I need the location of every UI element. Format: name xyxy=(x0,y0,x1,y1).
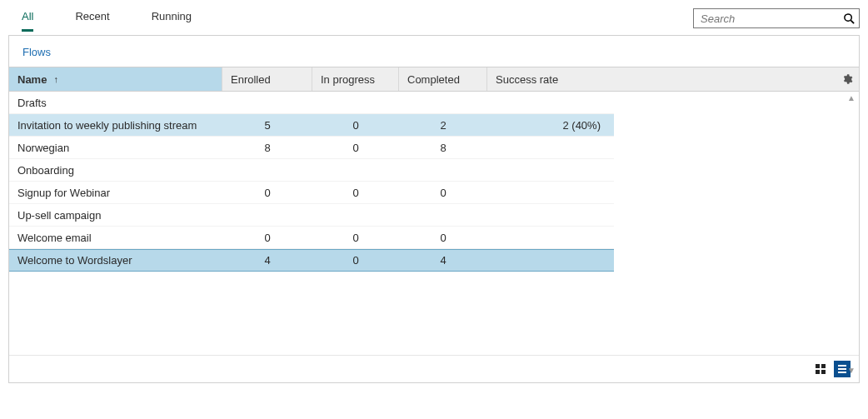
table-row[interactable]: Onboarding xyxy=(9,159,614,182)
svg-rect-4 xyxy=(816,370,820,374)
cell-inprogress: 0 xyxy=(312,187,399,199)
search-icon[interactable] xyxy=(843,12,856,25)
cell-inprogress: 0 xyxy=(312,119,399,132)
cell-enrolled: 0 xyxy=(222,232,312,244)
scroll-down-icon[interactable]: ▼ xyxy=(847,366,856,375)
col-completed[interactable]: Completed xyxy=(399,67,487,91)
table-row[interactable]: Norwegian808 xyxy=(9,137,614,159)
cell-inprogress: 0 xyxy=(312,254,399,267)
gear-icon xyxy=(841,73,853,85)
footer xyxy=(9,355,859,382)
column-settings-button[interactable] xyxy=(836,67,859,91)
table-row[interactable]: Welcome to Wordslayer404 xyxy=(9,249,614,272)
col-name-label: Name xyxy=(17,73,47,86)
sort-asc-icon: ↑ xyxy=(53,74,58,84)
svg-rect-2 xyxy=(816,364,820,368)
svg-rect-8 xyxy=(838,372,846,373)
panel-title[interactable]: Flows xyxy=(9,36,859,67)
cell-enrolled: 4 xyxy=(222,254,312,267)
table-row[interactable]: Welcome email000 xyxy=(9,227,614,249)
svg-rect-7 xyxy=(838,368,846,370)
cell-name: Invitation to weekly publishing stream xyxy=(9,119,222,132)
tab-all[interactable]: All xyxy=(22,5,33,32)
col-success[interactable]: Success rate xyxy=(487,67,614,91)
col-inprogress[interactable]: In progress xyxy=(312,67,399,91)
col-name[interactable]: Name ↑ xyxy=(9,67,222,91)
cell-enrolled: 0 xyxy=(222,187,312,199)
tab-running[interactable]: Running xyxy=(152,5,192,32)
cell-success: 2 (40%) xyxy=(487,119,614,132)
table-row[interactable]: Up-sell campaign xyxy=(9,204,614,227)
grid-view-button[interactable] xyxy=(812,361,829,377)
cell-completed: 2 xyxy=(399,119,487,132)
table-row[interactable]: Invitation to weekly publishing stream50… xyxy=(9,114,614,137)
top-bar: All Recent Running xyxy=(0,0,868,32)
cell-name: Drafts xyxy=(9,97,222,109)
cell-inprogress: 0 xyxy=(312,232,399,244)
cell-enrolled: 8 xyxy=(222,142,312,154)
tabs: All Recent Running xyxy=(8,5,693,32)
col-spacer xyxy=(614,67,836,91)
cell-enrolled: 5 xyxy=(222,119,312,132)
cell-inprogress: 0 xyxy=(312,142,399,154)
col-enrolled[interactable]: Enrolled xyxy=(222,67,312,91)
list-view-icon xyxy=(836,363,848,375)
cell-completed: 0 xyxy=(399,232,487,244)
table-row[interactable]: Signup for Webinar000 xyxy=(9,182,614,204)
cell-name: Onboarding xyxy=(9,164,222,177)
table-row[interactable]: Drafts xyxy=(9,92,614,114)
scroll-area: ▲ ▼ xyxy=(614,92,859,272)
search-input[interactable] xyxy=(699,12,843,26)
grid-view-icon xyxy=(815,363,826,375)
cell-completed: 4 xyxy=(399,254,487,267)
cell-name: Norwegian xyxy=(9,142,222,154)
svg-line-1 xyxy=(851,20,854,23)
grid-body: DraftsInvitation to weekly publishing st… xyxy=(9,92,859,355)
scroll-up-icon[interactable]: ▲ xyxy=(847,93,856,102)
tab-recent[interactable]: Recent xyxy=(75,5,109,32)
header-row: Name ↑ Enrolled In progress Completed Su… xyxy=(9,67,859,92)
cell-completed: 8 xyxy=(399,142,487,154)
rows-container: DraftsInvitation to weekly publishing st… xyxy=(9,92,614,272)
svg-rect-3 xyxy=(821,364,826,368)
grid: Name ↑ Enrolled In progress Completed Su… xyxy=(9,67,859,355)
cell-name: Welcome to Wordslayer xyxy=(9,254,222,267)
svg-rect-6 xyxy=(838,365,846,367)
svg-rect-5 xyxy=(821,370,826,374)
cell-name: Signup for Webinar xyxy=(9,187,222,199)
cell-name: Up-sell campaign xyxy=(9,209,222,222)
cell-completed: 0 xyxy=(399,187,487,199)
panel: Flows Name ↑ Enrolled In progress Comple… xyxy=(8,35,860,383)
search-box[interactable] xyxy=(693,8,860,28)
cell-name: Welcome email xyxy=(9,232,222,244)
svg-point-0 xyxy=(845,13,851,20)
